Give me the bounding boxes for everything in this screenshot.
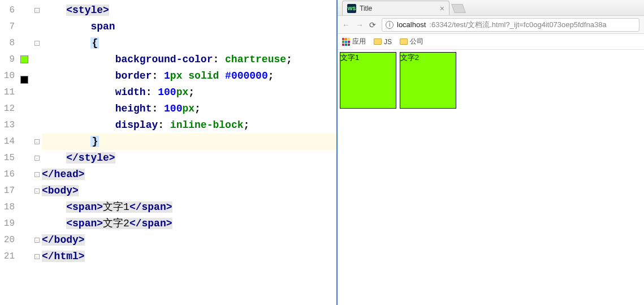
- line-number: 6: [0, 2, 18, 19]
- line-number: 7: [0, 19, 18, 35]
- tab-strip: WS Title ×: [338, 0, 644, 16]
- apps-icon: [342, 38, 350, 46]
- fold-handle-icon[interactable]: -: [34, 156, 40, 161]
- fold-handle-icon[interactable]: -: [34, 8, 40, 13]
- line-number: 17: [0, 183, 18, 199]
- bookmark-folder[interactable]: JS: [374, 38, 392, 46]
- reload-icon[interactable]: ⟳: [369, 20, 376, 29]
- fold-handle-icon[interactable]: -: [34, 188, 40, 194]
- address-bar: ← → ⟳ i localhost:63342/test/文档流.html?_i…: [338, 16, 644, 34]
- code-area[interactable]: <style> span { background-color: chartre…: [42, 0, 336, 305]
- line-number: 19: [0, 216, 18, 232]
- line-number: 21: [0, 248, 18, 265]
- url-path: :63342/test/文档流.html?_ijt=fc0og4it073oep…: [429, 20, 606, 30]
- line-number: 9: [0, 51, 18, 68]
- browser-window: WS Title × ← → ⟳ i localhost:63342/test/…: [336, 0, 644, 305]
- bookmark-folder[interactable]: 公司: [400, 37, 423, 46]
- code-line[interactable]: </style>: [42, 150, 336, 166]
- line-number-gutter: 6789101112131415161718192021: [0, 0, 18, 305]
- code-editor: 6789101112131415161718192021 -------- <s…: [0, 0, 336, 305]
- demo-box: 文字1: [340, 52, 396, 109]
- folder-icon: [374, 38, 382, 45]
- url-host: localhost: [397, 20, 426, 29]
- site-info-icon[interactable]: i: [386, 21, 394, 29]
- code-line[interactable]: width: 100px;: [42, 84, 336, 101]
- favicon-icon: WS: [347, 4, 356, 13]
- code-line[interactable]: background-color: chartreuse;: [42, 51, 336, 68]
- line-number: 18: [0, 199, 18, 216]
- code-line[interactable]: border: 1px solid #000000;: [42, 68, 336, 84]
- fold-handle-icon[interactable]: -: [34, 172, 40, 177]
- bookmark-label: JS: [384, 38, 392, 46]
- fold-handle-icon[interactable]: -: [34, 254, 40, 259]
- code-line[interactable]: </body>: [42, 232, 336, 248]
- new-tab-button[interactable]: [451, 4, 466, 13]
- bookmark-label: 公司: [410, 37, 423, 46]
- code-line[interactable]: <style>: [42, 2, 336, 19]
- code-line[interactable]: display: inline-block;: [42, 117, 336, 134]
- line-number: 15: [0, 150, 18, 166]
- fold-handle-icon[interactable]: -: [34, 41, 40, 46]
- code-line[interactable]: span: [42, 19, 336, 35]
- forward-icon[interactable]: →: [356, 20, 364, 29]
- code-line[interactable]: {: [42, 35, 336, 51]
- bookmarks-bar: 应用 JS 公司: [338, 34, 644, 50]
- apps-label: 应用: [352, 37, 366, 46]
- line-number: 13: [0, 117, 18, 134]
- line-number: 20: [0, 232, 18, 248]
- color-swatch-icon[interactable]: [20, 55, 28, 63]
- back-icon[interactable]: ←: [342, 20, 350, 29]
- fold-handle-icon[interactable]: -: [34, 139, 40, 144]
- tab-title: Title: [360, 5, 436, 12]
- close-tab-icon[interactable]: ×: [440, 4, 444, 13]
- code-line[interactable]: <span>文字2</span>: [42, 216, 336, 232]
- code-line[interactable]: </html>: [42, 248, 336, 265]
- code-line[interactable]: <span>文字1</span>: [42, 199, 336, 216]
- folder-icon: [400, 38, 408, 45]
- page-viewport: 文字1 文字2: [338, 50, 644, 305]
- fold-gutter: --------: [32, 0, 42, 305]
- browser-tab[interactable]: WS Title ×: [342, 1, 449, 15]
- code-line[interactable]: }: [42, 134, 336, 150]
- line-number: 8: [0, 35, 18, 51]
- line-number: 16: [0, 166, 18, 183]
- fold-handle-icon[interactable]: -: [34, 238, 40, 243]
- url-input[interactable]: i localhost:63342/test/文档流.html?_ijt=fc0…: [382, 18, 639, 32]
- line-number: 14: [0, 134, 18, 150]
- color-swatch-gutter: [18, 0, 32, 305]
- line-number: 12: [0, 101, 18, 117]
- code-line[interactable]: height: 100px;: [42, 101, 336, 117]
- line-number: 10: [0, 68, 18, 84]
- apps-shortcut[interactable]: 应用: [342, 37, 366, 46]
- color-swatch-icon[interactable]: [20, 76, 28, 84]
- demo-box: 文字2: [400, 52, 456, 109]
- code-line[interactable]: <body>: [42, 183, 336, 199]
- code-line[interactable]: </head>: [42, 166, 336, 183]
- line-number: 11: [0, 84, 18, 101]
